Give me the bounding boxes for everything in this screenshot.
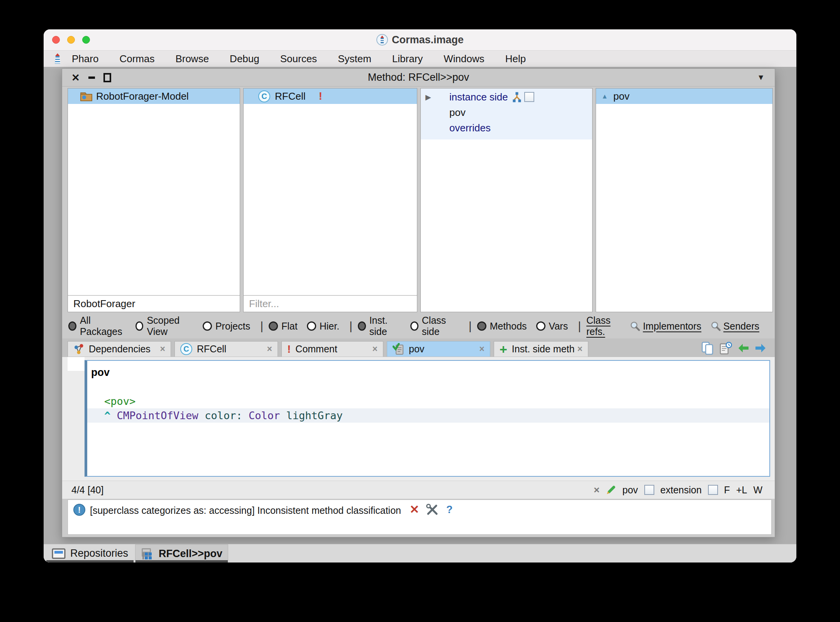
tab-close-icon[interactable]: × [479,344,484,354]
packages-filter-input[interactable] [73,298,234,310]
window-title-area: Cormas.image [44,34,796,46]
help-icon[interactable]: ? [446,504,453,516]
tab-close-icon[interactable]: × [578,344,583,354]
radio-icon[interactable] [307,321,316,331]
comment-alert-icon: ! [287,343,291,355]
browser-window: ✕ Method: RFCell>>pov ▼ [62,68,775,537]
macos-titlebar[interactable]: Cormas.image [44,29,796,51]
methods-pane[interactable]: ▲ pov [596,88,773,312]
w-flag-label[interactable]: W [753,484,762,496]
code-line-blank[interactable] [87,380,769,394]
plus-l-flag-label[interactable]: +L [736,484,747,496]
radio-all-packages[interactable]: All Packages [68,315,126,337]
protocols-pane[interactable]: ▶ instance side [420,88,593,312]
tab-dependencies[interactable]: Dependencies × [68,341,171,357]
scope-bar: All Packages Scoped View Projects | Flat [62,314,775,338]
radio-inst-side[interactable]: Inst. side [358,315,401,337]
tab-close-icon[interactable]: × [267,344,272,354]
class-item-rfcell[interactable]: C RFCell ! [244,88,417,104]
menu-help[interactable]: Help [495,53,536,65]
radio-icon[interactable] [135,321,144,331]
class-warning-badge: ! [318,90,322,102]
tab-close-icon[interactable]: × [373,344,378,354]
protocol-item-overrides[interactable]: overrides [421,120,592,136]
menu-debug[interactable]: Debug [219,53,270,65]
radio-icon[interactable] [203,321,212,331]
tab-inst-side-meth[interactable]: + Inst. side meth × [494,341,588,357]
package-item-robotforager-model[interactable]: RobotForager-Model [68,88,240,104]
implementors-group[interactable]: Implementors [630,321,706,332]
dependencies-icon [73,343,84,355]
menu-sources[interactable]: Sources [270,53,327,65]
f-checkbox[interactable] [708,485,718,495]
tab-toolbar [701,342,766,355]
copy-icon[interactable] [701,342,714,355]
senders-link[interactable]: Senders [723,321,759,332]
class-icon: C [180,343,192,355]
radio-hier[interactable]: Hier. [307,321,339,332]
code-line-selector[interactable]: pov [87,365,769,380]
radio-scoped-view[interactable]: Scoped View [135,315,193,337]
menu-cormas[interactable]: Cormas [109,53,165,65]
browser-menu-dropdown-icon[interactable]: ▼ [757,73,765,82]
clear-icon[interactable]: × [594,484,600,496]
history-icon[interactable] [719,342,732,355]
protocol-item-pov[interactable]: pov [421,105,592,120]
radio-icon[interactable] [477,321,486,331]
radio-icon[interactable] [269,321,278,331]
senders-group[interactable]: Senders [711,321,765,332]
tab-rfcell[interactable]: C RFCell × [174,341,278,357]
classes-filter[interactable] [244,295,417,312]
browser-titlebar[interactable]: ✕ Method: RFCell>>pov ▼ [62,69,775,87]
menu-system[interactable]: System [327,53,382,65]
tab-close-icon[interactable]: × [160,344,165,354]
fix-tools-icon[interactable] [426,504,439,515]
extension-checkbox[interactable] [644,485,654,495]
package-label: RobotForager-Model [96,90,189,102]
radio-methods[interactable]: Methods [477,321,527,332]
pharo-menu-icon[interactable] [54,53,61,65]
tab-label: Comment [295,343,337,355]
classes-filter-input[interactable] [249,298,412,310]
menu-windows[interactable]: Windows [433,53,495,65]
menu-library[interactable]: Library [382,53,433,65]
radio-vars[interactable]: Vars [536,321,568,332]
classes-pane[interactable]: C RFCell ! [243,88,417,312]
tab-comment[interactable]: ! Comment × [281,341,383,357]
forward-arrow-icon[interactable] [755,343,766,353]
radio-icon[interactable] [410,321,418,331]
menu-pharo[interactable]: Pharo [61,53,109,65]
f-flag-label: F [724,484,730,496]
tab-pov[interactable]: pov × [387,341,490,357]
packages-filter[interactable] [68,295,240,312]
taskbar-item-rfcell-pov[interactable]: RFCell>>pov [135,544,228,563]
protocol-icons [512,92,534,102]
editor-status-bar: 4/4 [40] × pov extension F +L W [62,481,775,499]
edit-pencil-icon[interactable] [606,485,616,495]
hierarchy-icon [512,92,522,102]
expander-icon[interactable]: ▶ [425,93,435,102]
return-caret-token: ^ [104,410,110,421]
implementors-link[interactable]: Implementors [643,321,701,332]
code-line-return[interactable]: ^ CMPointOfView color: Color lightGray [87,408,769,423]
menu-browse[interactable]: Browse [165,53,219,65]
code-line-pragma[interactable]: <pov> [87,394,769,408]
radio-icon[interactable] [358,321,366,331]
dismiss-warning-icon[interactable]: ✕ [410,504,419,515]
back-arrow-icon[interactable] [738,343,749,353]
world-taskbar: Repositories RFCell>>pov [44,544,796,563]
taskbar-item-repositories[interactable]: Repositories [46,544,134,563]
radio-flat[interactable]: Flat [269,321,298,332]
radio-projects[interactable]: Projects [203,321,250,332]
radio-icon[interactable] [536,321,545,331]
class-refs-link[interactable]: Class refs. [586,315,625,337]
radio-icon[interactable] [68,321,76,331]
radio-class-side[interactable]: Class side [410,315,459,337]
radio-label: Flat [281,321,298,332]
method-item-pov[interactable]: ▲ pov [596,88,772,104]
protocol-item-instance-side[interactable]: ▶ instance side [421,89,592,105]
code-editor[interactable]: pov <pov> ^ CMPointOfView color: Color l… [85,360,770,477]
protocol-checkbox[interactable] [524,92,534,102]
packages-pane[interactable]: RobotForager-Model [68,88,240,312]
pharo-logo-icon [376,34,388,46]
